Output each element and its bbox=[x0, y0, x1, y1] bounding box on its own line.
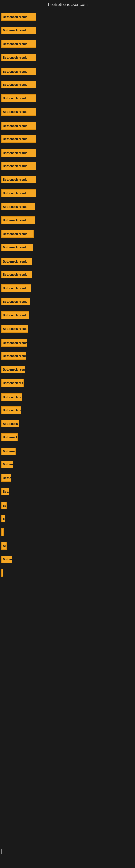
bar-item: Bottleneck result bbox=[1, 149, 37, 157]
bar-label: Bottleneck result bbox=[3, 490, 9, 493]
bar-label: Bottleneck result bbox=[3, 354, 26, 358]
bar-label: Bottleneck result bbox=[3, 463, 13, 466]
bar-item: Bottleneck result bbox=[1, 447, 16, 455]
bar-label: Bottleneck result bbox=[3, 314, 27, 317]
bar-label: Bottleneck result bbox=[3, 124, 27, 127]
bar-item: Bottleneck result bbox=[1, 203, 35, 211]
axis-line bbox=[119, 8, 119, 860]
bar-item: Bottleneck result bbox=[1, 298, 30, 305]
bar-item: Bottleneck result bbox=[1, 569, 3, 577]
bar-label: Bottleneck result bbox=[3, 178, 27, 181]
bar-item: Bottleneck result bbox=[1, 433, 17, 441]
chart-area: Bottleneck resultBottleneck resultBottle… bbox=[0, 8, 135, 860]
bar-item: Bottleneck result bbox=[1, 284, 31, 292]
bar-item: Bottleneck result bbox=[1, 94, 37, 102]
bar-item: Bottleneck result bbox=[1, 135, 37, 143]
bar-label: Bottleneck result bbox=[3, 42, 27, 45]
bar-label: Bottleneck result bbox=[3, 97, 27, 100]
bar-item: Bottleneck result bbox=[1, 352, 26, 360]
bar-label: Bottleneck result bbox=[3, 504, 7, 507]
bar-label: Bottleneck result bbox=[3, 110, 27, 113]
bar-item: Bottleneck result bbox=[1, 68, 37, 75]
bar-item: Bottleneck result bbox=[1, 393, 22, 401]
bar-item: Bottleneck result bbox=[1, 230, 34, 238]
bar-item: Bottleneck result bbox=[1, 474, 11, 482]
bar-item: Bottleneck result bbox=[1, 258, 32, 265]
bar-label: Bottleneck result bbox=[3, 381, 24, 384]
bar-label: Bottleneck result bbox=[3, 422, 19, 425]
bar-item: Bottleneck result bbox=[1, 325, 28, 333]
bar-label: Bottleneck result bbox=[3, 15, 27, 19]
bar-label: Bottleneck result bbox=[3, 531, 3, 534]
bar-item: Bottleneck result bbox=[1, 311, 30, 319]
bar-label: Bottleneck result bbox=[3, 205, 27, 208]
bar-item: Bottleneck result bbox=[1, 162, 37, 170]
bar-label: Bottleneck result bbox=[3, 476, 11, 479]
bottom-area bbox=[1, 849, 2, 855]
bar-item: Bottleneck result bbox=[1, 189, 36, 197]
bar-item: Bottleneck result bbox=[1, 40, 37, 48]
bar-label: Bottleneck result bbox=[3, 341, 27, 344]
bar-label: Bottleneck result bbox=[3, 517, 5, 520]
bar-item: Bottleneck result bbox=[1, 366, 25, 373]
bar-label: Bottleneck result bbox=[3, 286, 27, 290]
bar-item: Bottleneck result bbox=[1, 339, 27, 347]
bar-item: Bottleneck result bbox=[1, 216, 35, 224]
bar-label: Bottleneck result bbox=[3, 450, 16, 453]
bar-item: Bottleneck result bbox=[1, 122, 37, 130]
bar-item: Bottleneck result bbox=[1, 528, 3, 536]
bar-label: Bottleneck result bbox=[3, 408, 21, 412]
bar-item: Bottleneck result bbox=[1, 176, 37, 183]
bar-item: Bottleneck result bbox=[1, 502, 7, 509]
bar-label: Bottleneck result bbox=[3, 29, 27, 32]
bar-label: Bottleneck result bbox=[3, 300, 27, 303]
bar-item: Bottleneck result bbox=[1, 556, 12, 563]
bar-item: Bottleneck result bbox=[1, 461, 13, 468]
bar-label: Bottleneck result bbox=[3, 558, 12, 561]
bar-label: Bottleneck result bbox=[3, 246, 27, 249]
bar-item: Bottleneck result bbox=[1, 542, 7, 550]
bar-label: Bottleneck result bbox=[3, 260, 27, 263]
bar-item: Bottleneck result bbox=[1, 379, 24, 387]
bar-item: Bottleneck result bbox=[1, 271, 32, 278]
site-title: TheBottlenecker.com bbox=[0, 0, 135, 8]
bar-label: Bottleneck result bbox=[3, 164, 27, 167]
bar-item: Bottleneck result bbox=[1, 13, 37, 21]
bar-label: Bottleneck result bbox=[3, 219, 27, 222]
bar-label: Bottleneck result bbox=[3, 571, 3, 575]
bar-item: Bottleneck result bbox=[1, 108, 37, 116]
bar-label: Bottleneck result bbox=[3, 368, 25, 371]
bar-item: Bottleneck result bbox=[1, 488, 9, 495]
bar-item: Bottleneck result bbox=[1, 27, 37, 34]
bar-label: Bottleneck result bbox=[3, 83, 27, 86]
bar-label: Bottleneck result bbox=[3, 396, 22, 399]
bar-label: Bottleneck result bbox=[3, 56, 27, 59]
bar-label: Bottleneck result bbox=[3, 137, 27, 141]
bar-item: Bottleneck result bbox=[1, 54, 37, 61]
bar-label: Bottleneck result bbox=[3, 436, 17, 439]
bar-label: Bottleneck result bbox=[3, 151, 27, 155]
bar-label: Bottleneck result bbox=[3, 232, 27, 236]
bar-label: Bottleneck result bbox=[3, 70, 27, 73]
bar-item: Bottleneck result bbox=[1, 81, 37, 88]
bar-label: Bottleneck result bbox=[3, 544, 7, 547]
bar-item: Bottleneck result bbox=[1, 515, 5, 522]
bar-label: Bottleneck result bbox=[3, 273, 27, 276]
bar-item: Bottleneck result bbox=[1, 244, 33, 251]
bar-item: Bottleneck result bbox=[1, 406, 21, 414]
bar-label: Bottleneck result bbox=[3, 327, 27, 330]
bar-label: Bottleneck result bbox=[3, 191, 27, 195]
bar-item: Bottleneck result bbox=[1, 420, 19, 428]
